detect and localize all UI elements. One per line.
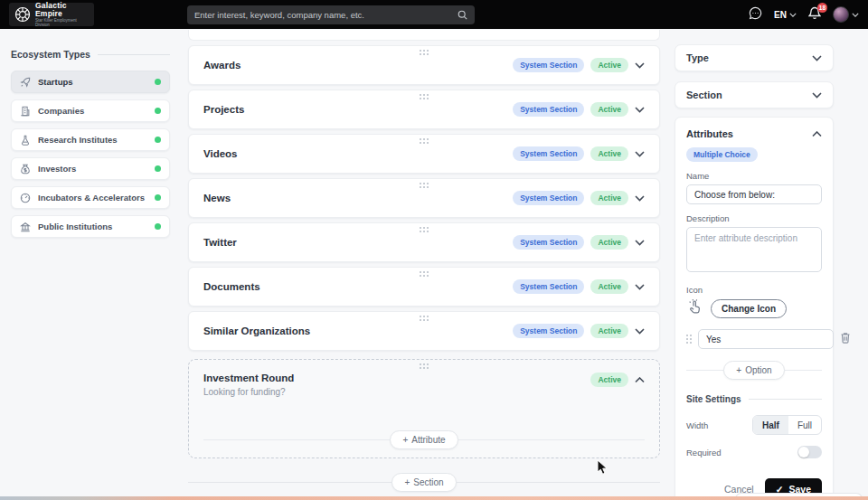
option-value-input[interactable] [698,329,834,349]
plus-icon: + [404,477,410,487]
section-row-awards[interactable]: Awards System Section Active [188,45,660,85]
plus-icon: + [402,435,408,445]
chevron-down-icon[interactable] [635,107,645,113]
chevron-down-icon [789,13,797,17]
status-dot [155,137,161,143]
add-option-button[interactable]: + Option [723,361,784,380]
tap-hand-icon [686,298,703,318]
chevron-down-icon[interactable] [635,195,645,202]
attributes-accordion: Attributes Multiple Choice Name Descript… [675,117,834,500]
app-logo[interactable]: Galactic Empire Star Killer Employment D… [9,3,94,26]
drag-handle-icon[interactable] [420,94,429,99]
attributes-header[interactable]: Attributes [686,128,822,139]
drag-handle-icon[interactable] [420,316,429,321]
app-title: Galactic Empire [35,2,89,17]
status-dot [155,223,161,230]
drag-handle-icon[interactable] [420,183,429,188]
width-option-full[interactable]: Full [788,416,821,434]
section-title: Videos [203,148,513,159]
width-option-half[interactable]: Half [753,416,788,434]
active-badge: Active [590,58,628,72]
notifications-button[interactable]: 18 [808,6,821,24]
imperial-crest-icon [14,6,31,23]
sidebar-item-label: Companies [38,106,147,116]
section-row-partial [188,30,660,41]
search-input[interactable] [194,10,458,20]
description-label: Description [686,213,822,223]
divider [749,399,822,400]
change-icon-button[interactable]: Change Icon [711,299,787,318]
user-menu[interactable] [833,6,859,23]
divider [98,54,170,55]
sidebar-item-startups[interactable]: Startups [11,71,170,93]
sidebar-item-incubators-accelerators[interactable]: Incubators & Accelerators [11,186,170,209]
section-row-projects[interactable]: Projects System Section Active [188,90,660,129]
sidebar-item-investors[interactable]: Investors [11,157,170,180]
system-section-badge: System Section [513,58,584,72]
chevron-up-icon[interactable] [812,131,822,137]
language-selector[interactable]: EN [774,10,797,20]
chevron-down-icon[interactable] [635,284,645,290]
section-row-similar-organizations[interactable]: Similar Organizations System Section Act… [188,311,660,351]
add-attribute-button[interactable]: + Attribute [390,430,458,449]
sidebar-item-label: Public Institutions [38,222,147,231]
drag-handle-icon[interactable] [420,227,429,232]
active-badge: Active [590,235,628,250]
status-dot [155,165,161,172]
section-title: Awards [203,60,513,71]
attribute-description-input[interactable] [686,227,822,272]
chevron-up-icon[interactable] [635,377,645,383]
avatar [833,6,849,23]
drag-handle-icon[interactable] [420,138,429,144]
sidebar-item-label: Research Institutes [38,135,147,145]
section-row-investment-round-expanded[interactable]: Investment Round Looking for funding? Ac… [188,359,660,458]
drag-handle-icon[interactable] [686,335,692,344]
required-toggle[interactable] [797,446,822,458]
trash-icon[interactable] [840,331,851,347]
active-badge: Active [590,146,628,161]
chevron-down-icon[interactable] [812,55,822,61]
type-accordion[interactable]: Type [675,44,834,71]
chevron-down-icon[interactable] [635,151,645,157]
chevron-down-icon[interactable] [635,240,645,246]
sidebar-item-companies[interactable]: Companies [11,99,170,122]
active-badge: Active [590,324,628,338]
search-icon [458,10,467,20]
section-row-twitter[interactable]: Twitter System Section Active [188,222,660,262]
section-title: Projects [203,104,513,115]
money-bag-icon [20,164,31,175]
name-label: Name [686,171,822,181]
messages-icon[interactable] [749,6,762,24]
sidebar-item-research-institutes[interactable]: Research Institutes [11,128,170,151]
sidebar-item-label: Investors [38,164,147,174]
section-title: News [203,193,513,203]
chevron-down-icon[interactable] [812,92,822,99]
language-label: EN [774,10,787,20]
editor-panel: Type Section Attributes Multiple Choice … [675,29,834,500]
drag-handle-icon[interactable] [420,50,429,55]
system-section-badge: System Section [513,191,584,205]
chevron-down-icon[interactable] [635,62,645,69]
status-dot [155,108,161,114]
section-row-videos[interactable]: Videos System Section Active [188,134,660,174]
bank-icon [20,222,31,232]
section-accordion[interactable]: Section [675,81,834,108]
site-settings-heading: Site Settings [686,394,741,404]
global-search[interactable] [187,5,475,24]
plus-icon: + [736,365,741,375]
drag-handle-icon[interactable] [420,271,429,277]
section-row-news[interactable]: News System Section Active [188,178,660,218]
icon-label: Icon [686,285,822,295]
section-row-documents[interactable]: Documents System Section Active [188,267,660,307]
system-section-badge: System Section [513,102,584,117]
status-dot [155,194,161,201]
notification-count-badge: 18 [817,3,827,13]
section-subtitle: Looking for funding? [203,387,590,397]
drag-handle-icon[interactable] [420,363,429,369]
add-section-button[interactable]: + Section [392,473,456,492]
bottom-accent-strip [0,496,868,500]
chevron-down-icon[interactable] [635,328,645,335]
section-title: Documents [203,281,513,292]
attribute-name-input[interactable] [686,184,822,204]
sidebar-item-public-institutions[interactable]: Public Institutions [11,215,170,238]
